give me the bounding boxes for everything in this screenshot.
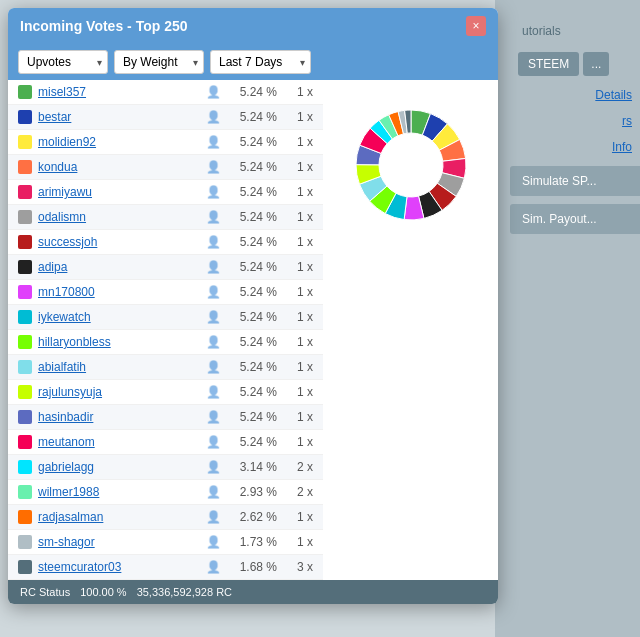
table-row: rajulunsyuja👤5.24 %1 x [8,380,323,405]
table-row: arimiyawu👤5.24 %1 x [8,180,323,205]
vote-username[interactable]: wilmer1988 [38,485,200,499]
vote-percentage: 1.68 % [227,560,277,574]
vote-color-indicator [18,360,32,374]
vote-color-indicator [18,410,32,424]
table-row: adipa👤5.24 %1 x [8,255,323,280]
modal-footer: RC Status 100.00 % 35,336,592,928 RC [8,580,498,604]
vote-color-indicator [18,285,32,299]
table-row: steemcurator03👤1.68 %3 x [8,555,323,580]
footer-rc-status: RC Status [20,586,70,598]
vote-username[interactable]: bestar [38,110,200,124]
user-icon: 👤 [206,460,221,474]
vote-count: 1 x [283,160,313,174]
table-row: iykewatch👤5.24 %1 x [8,305,323,330]
user-icon: 👤 [206,535,221,549]
vote-count: 1 x [283,385,313,399]
vote-username[interactable]: gabrielagg [38,460,200,474]
vote-username[interactable]: hillaryonbless [38,335,200,349]
vote-username[interactable]: mn170800 [38,285,200,299]
vote-color-indicator [18,560,32,574]
table-row: misel357👤5.24 %1 x [8,80,323,105]
table-row: meutanom👤5.24 %1 x [8,430,323,455]
vote-color-indicator [18,435,32,449]
donut-chart [336,90,486,240]
vote-username[interactable]: radjasalman [38,510,200,524]
vote-percentage: 3.14 % [227,460,277,474]
vote-count: 1 x [283,210,313,224]
vote-color-indicator [18,485,32,499]
vote-percentage: 5.24 % [227,435,277,449]
donut-center [381,135,441,195]
sim-payout-button[interactable]: Sim. Payout... [510,204,640,234]
vote-percentage: 5.24 % [227,135,277,149]
vote-username[interactable]: odalismn [38,210,200,224]
steem-button[interactable]: STEEM [518,52,579,76]
user-icon: 👤 [206,285,221,299]
vote-username[interactable]: adipa [38,260,200,274]
user-icon: 👤 [206,210,221,224]
user-icon: 👤 [206,360,221,374]
vote-username[interactable]: successjoh [38,235,200,249]
vote-color-indicator [18,235,32,249]
vote-username[interactable]: hasinbadir [38,410,200,424]
table-row: successjoh👤5.24 %1 x [8,230,323,255]
vote-count: 1 x [283,85,313,99]
vote-percentage: 5.24 % [227,360,277,374]
vote-percentage: 5.24 % [227,85,277,99]
table-row: hillaryonbless👤5.24 %1 x [8,330,323,355]
filter2-select[interactable]: By Weight By Count By Value [114,50,204,74]
user-icon: 👤 [206,160,221,174]
vote-count: 1 x [283,435,313,449]
footer-rc-value: 35,336,592,928 RC [137,586,232,598]
vote-percentage: 5.24 % [227,335,277,349]
vote-username[interactable]: abialfatih [38,360,200,374]
vote-percentage: 5.24 % [227,210,277,224]
vote-username[interactable]: steemcurator03 [38,560,200,574]
vote-username[interactable]: misel357 [38,85,200,99]
vote-username[interactable]: rajulunsyuja [38,385,200,399]
user-icon: 👤 [206,385,221,399]
table-row: odalismn👤5.24 %1 x [8,205,323,230]
filter3-wrapper: Last 7 Days Last 30 Days All Time [210,50,311,74]
vote-percentage: 5.24 % [227,185,277,199]
vote-color-indicator [18,535,32,549]
vote-percentage: 5.24 % [227,260,277,274]
vote-percentage: 5.24 % [227,410,277,424]
filter1-select[interactable]: Upvotes Downvotes All [18,50,108,74]
user-icon: 👤 [206,560,221,574]
table-row: wilmer1988👤2.93 %2 x [8,480,323,505]
rs-link[interactable]: rs [614,110,640,132]
filter3-select[interactable]: Last 7 Days Last 30 Days All Time [210,50,311,74]
vote-percentage: 2.93 % [227,485,277,499]
modal-close-button[interactable]: × [466,16,486,36]
vote-username[interactable]: sm-shagor [38,535,200,549]
vote-username[interactable]: meutanom [38,435,200,449]
filter1-wrapper: Upvotes Downvotes All [18,50,108,74]
table-row: kondua👤5.24 %1 x [8,155,323,180]
user-icon: 👤 [206,335,221,349]
vote-percentage: 5.24 % [227,235,277,249]
details-link[interactable]: Details [587,84,640,106]
right-sidebar: utorials STEEM ... Details rs Info Simul… [495,0,640,637]
vote-percentage: 5.24 % [227,110,277,124]
vote-count: 1 x [283,185,313,199]
steem-row: STEEM ... [510,48,640,80]
vote-username[interactable]: iykewatch [38,310,200,324]
modal-title: Incoming Votes - Top 250 [20,18,188,34]
table-row: sm-shagor👤1.73 %1 x [8,530,323,555]
vote-username[interactable]: molidien92 [38,135,200,149]
dots-button[interactable]: ... [583,52,609,76]
vote-count: 1 x [283,110,313,124]
info-link[interactable]: Info [604,136,640,158]
modal-toolbar: Upvotes Downvotes All By Weight By Count… [8,44,498,80]
vote-count: 2 x [283,460,313,474]
vote-count: 1 x [283,260,313,274]
vote-color-indicator [18,510,32,524]
simulate-sp-button[interactable]: Simulate SP... [510,166,640,196]
table-row: mn170800👤5.24 %1 x [8,280,323,305]
vote-count: 1 x [283,335,313,349]
table-row: bestar👤5.24 %1 x [8,105,323,130]
vote-username[interactable]: kondua [38,160,200,174]
vote-username[interactable]: arimiyawu [38,185,200,199]
vote-color-indicator [18,335,32,349]
